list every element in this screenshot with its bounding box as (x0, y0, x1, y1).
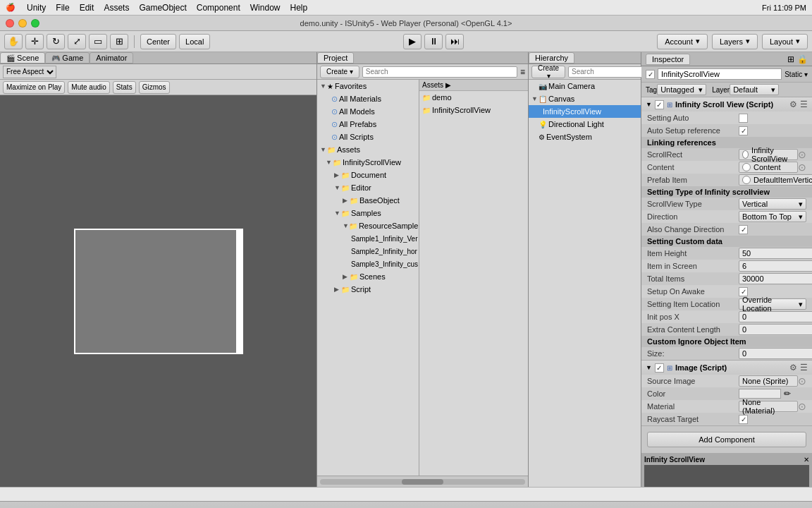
color-swatch[interactable] (739, 389, 781, 399)
rect-tool[interactable]: ▭ (89, 34, 107, 49)
extra-content-length-field[interactable] (739, 324, 812, 335)
source-image-ref-btn[interactable]: ⊙ (798, 375, 806, 387)
infinity-script-header[interactable]: ▼ ✓ ⊞ Infinity Scroll View (Script) ⚙ ☰ (641, 97, 812, 111)
size-field[interactable] (739, 348, 812, 359)
tree-editor[interactable]: ▼ 📁 Editor (317, 181, 419, 194)
hierarchy-directionallight[interactable]: 💡 Directional Light (529, 118, 641, 131)
layout-button[interactable]: Layout▾ (762, 34, 808, 49)
image-menu-icon[interactable]: ☰ (800, 363, 808, 373)
all-materials-item[interactable]: ⊙All Materials (317, 92, 419, 105)
mute-audio-btn[interactable]: Mute audio (68, 81, 109, 94)
menu-window[interactable]: Window (250, 3, 281, 13)
scale-tool[interactable]: ⤢ (68, 34, 86, 49)
menu-file[interactable]: File (56, 3, 69, 13)
content-field[interactable]: Content (739, 162, 798, 173)
tree-baseobject[interactable]: ▶ 📁 BaseObject (317, 194, 419, 207)
tab-scene[interactable]: 🎬 Scene (0, 52, 45, 64)
menu-unity[interactable]: Unity (27, 3, 46, 13)
all-models-item[interactable]: ⊙All Models (317, 105, 419, 118)
stats-btn[interactable]: Stats (113, 81, 136, 94)
setting-auto-checkbox[interactable] (739, 114, 748, 123)
asset-demo[interactable]: 📁 demo (419, 91, 528, 104)
tree-infinityscrollview[interactable]: ▼ 📁 InfinityScrollView (317, 156, 419, 169)
object-active-checkbox[interactable]: ✓ (646, 70, 655, 79)
image-script-header[interactable]: ▼ ✓ ⊞ Image (Script) ⚙ ☰ (641, 361, 812, 375)
content-ref-btn[interactable]: ⊙ (798, 162, 806, 173)
all-prefabs-item[interactable]: ⊙All Prefabs (317, 118, 419, 131)
move-tool[interactable]: ✛ (25, 34, 44, 49)
menu-edit[interactable]: Edit (80, 3, 94, 13)
menu-help[interactable]: Help (290, 3, 307, 13)
maximize-on-play-btn[interactable]: Maximize on Play (3, 81, 65, 94)
setting-item-location-dropdown[interactable]: Override Location ▾ (739, 298, 806, 310)
direction-dropdown[interactable]: Bottom To Top ▾ (739, 211, 806, 222)
scrollrect-ref-btn[interactable]: ⊙ (798, 149, 806, 160)
tab-animator[interactable]: Animator (90, 52, 133, 64)
hierarchy-infinityscrollview[interactable]: InfinityScrollView (529, 105, 641, 118)
tree-sample3[interactable]: Sample3_Infinity_cus (317, 258, 419, 270)
tab-inspector[interactable]: Inspector (646, 54, 690, 65)
tag-dropdown[interactable]: Untagged▾ (657, 84, 706, 95)
tree-resourcesample[interactable]: ▼ 📁 ResourceSample (317, 219, 419, 232)
free-aspect-select[interactable]: Free Aspect (3, 66, 56, 78)
hierarchy-create-btn[interactable]: Create ▾ (531, 66, 565, 78)
favorites-header[interactable]: ▼ ★ Favorites (317, 80, 419, 92)
layers-button[interactable]: Layers▾ (712, 34, 758, 49)
account-button[interactable]: Account▾ (657, 34, 708, 49)
pause-button[interactable]: ⏸ (424, 34, 443, 49)
hierarchy-eventsystem[interactable]: ⚙ EventSystem (529, 131, 641, 143)
all-scripts-item[interactable]: ⊙All Scripts (317, 131, 419, 143)
menu-gameobject[interactable]: GameObject (139, 3, 186, 13)
raycast-target-checkbox[interactable]: ✓ (739, 415, 748, 424)
material-ref-btn[interactable]: ⊙ (798, 401, 806, 412)
tree-sample1[interactable]: Sample1_Infinity_Ver (317, 232, 419, 245)
script-active-checkbox[interactable]: ✓ (655, 100, 664, 109)
color-picker-icon[interactable]: ✏ (784, 389, 791, 399)
init-pos-x-field[interactable] (739, 311, 812, 322)
inspector-lock-icon[interactable]: 🔒 (797, 54, 808, 64)
minimize-button[interactable] (18, 19, 27, 28)
script-menu-icon[interactable]: ☰ (800, 99, 808, 109)
image-script-active-checkbox[interactable]: ✓ (655, 363, 664, 373)
total-items-field[interactable] (739, 273, 812, 284)
tab-project[interactable]: Project (317, 52, 354, 64)
apple-menu[interactable]: 🍎 (6, 3, 16, 12)
project-search-input[interactable] (362, 66, 517, 78)
tree-script[interactable]: ▶ 📁 Script (317, 283, 419, 296)
hand-tool[interactable]: ✋ (4, 34, 23, 49)
gizmos-btn[interactable]: Gizmos (139, 81, 170, 94)
assets-root[interactable]: ▼ 📁 Assets (317, 143, 419, 156)
menu-component[interactable]: Component (197, 3, 240, 13)
scrollrect-field[interactable]: Infinity ScrollView (739, 149, 798, 160)
hierarchy-maincamera[interactable]: 📷 Main Camera (529, 80, 641, 92)
add-component-button[interactable]: Add Component (647, 432, 806, 447)
tree-scenes[interactable]: ▶ 📁 Scenes (317, 270, 419, 283)
hierarchy-canvas[interactable]: ▼ 📋 Canvas (529, 92, 641, 105)
center-button[interactable]: Center (140, 34, 176, 49)
also-change-dir-checkbox[interactable]: ✓ (739, 225, 748, 234)
maximize-button[interactable] (31, 19, 39, 28)
object-name-input[interactable] (658, 68, 782, 80)
scrollview-bottom-close[interactable]: ✕ (804, 456, 809, 464)
menu-assets[interactable]: Assets (104, 3, 129, 13)
project-view-toggle[interactable]: ≡ (520, 67, 525, 77)
item-height-field[interactable] (739, 248, 812, 259)
project-create-btn[interactable]: Create ▾ (320, 66, 359, 78)
prefab-item-field[interactable]: DefaultItemVertic (739, 174, 812, 186)
rotate-tool[interactable]: ↻ (47, 34, 65, 49)
script-settings-icon[interactable]: ⚙ (789, 99, 797, 109)
tab-hierarchy[interactable]: Hierarchy (529, 52, 574, 64)
step-button[interactable]: ⏭ (445, 34, 464, 49)
inspector-minimap-icon[interactable]: ⊞ (787, 54, 794, 64)
tree-document[interactable]: ▶ 📁 Document (317, 169, 419, 181)
local-button[interactable]: Local (179, 34, 210, 49)
close-button[interactable] (6, 19, 14, 28)
source-image-field[interactable]: None (Sprite) (739, 375, 798, 387)
item-in-screen-field[interactable] (739, 260, 812, 272)
transform-tool[interactable]: ⊞ (110, 34, 128, 49)
material-field[interactable]: None (Material) (739, 401, 798, 412)
tree-samples[interactable]: ▼ 📁 Samples (317, 207, 419, 219)
asset-infinityscrollview[interactable]: 📁 InfinityScrollView (419, 104, 528, 116)
scrollviewtype-dropdown[interactable]: Vertical ▾ (739, 198, 806, 210)
image-settings-icon[interactable]: ⚙ (789, 363, 797, 373)
